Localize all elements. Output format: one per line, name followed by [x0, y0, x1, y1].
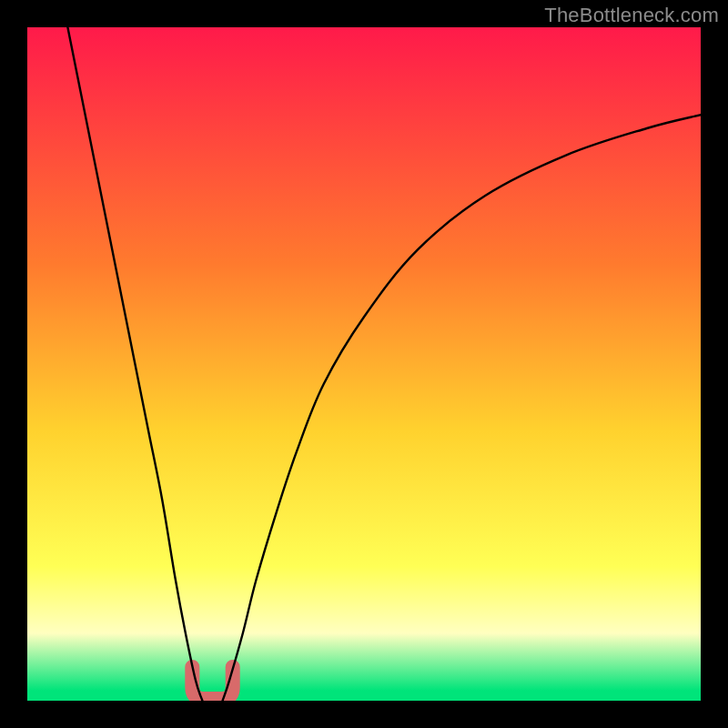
curve-right-branch	[223, 115, 701, 701]
curve-layer	[27, 27, 701, 701]
watermark-text: TheBottleneck.com	[544, 4, 719, 27]
bottleneck-marker	[192, 667, 232, 699]
plot-area	[27, 27, 701, 701]
curve-left-branch	[67, 27, 202, 701]
chart-frame: TheBottleneck.com	[0, 0, 728, 728]
